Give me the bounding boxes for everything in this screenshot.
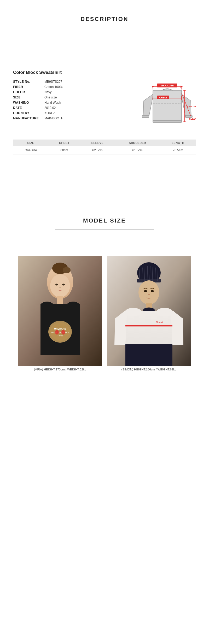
model-size-title: MODEL SIZE [0,217,209,224]
svg-rect-29 [57,296,63,304]
svg-point-24 [63,267,71,273]
page-wrapper: DESCRIPTION Color Block Sweatshirt STYLE… [0,0,209,644]
size-table-header-cell: SLEEVE [80,140,115,146]
size-table-cell: 62.5cm [80,146,115,154]
size-table-cell: 61.5cm [115,146,160,154]
spec-row: WASHINGHand Wash [13,101,128,104]
svg-point-26 [55,284,58,286]
spec-row: FIBERCotton 100% [13,85,128,89]
product-info-area: Color Block Sweatshirt STYLE No.MB9STS20… [13,62,196,135]
female-model-caption: (VIRA) HEIGHT:173cm / WEIGHT:52kg [18,368,102,371]
size-table-body: One size60cm62.5cm61.5cm70.5cm [13,146,196,154]
svg-text:Brand: Brand [156,321,163,324]
size-table-cell: One size [13,146,49,154]
product-specs: STYLE No.MB9STS207FIBERCotton 100%COLORN… [13,80,128,122]
spec-value: Cotton 100% [44,85,62,89]
size-table-cell: 60cm [49,146,80,154]
size-table: SIZECHESTSLEEVESHOULDERLENGTH One size60… [13,140,196,154]
spec-key: MANUFACTURE [13,116,44,120]
svg-rect-0 [153,90,182,122]
male-model-illustration: Brand [107,256,191,366]
garment-svg: SHOULDER CHEST LENGTH SLEEVE [138,80,196,130]
svg-rect-2 [142,115,149,118]
male-model-caption: (SIMON) HEIGHT:186cm / WEIGHT:62kg [107,368,191,371]
spec-key: WASHING [13,101,44,104]
spacer-middle [0,154,209,207]
spec-value: One size [44,96,57,99]
svg-point-28 [59,287,61,288]
svg-text:ORCHARD: ORCHARD [54,327,66,330]
garment-diagram: SHOULDER CHEST LENGTH SLEEVE [138,80,196,130]
svg-point-27 [62,284,65,286]
garment-illustration: SHOULDER CHEST LENGTH SLEEVE [138,80,196,130]
spec-row: SIZEOne size [13,96,128,99]
model-images-row: ORCHARD FRESH & DELICIOUS FRUITS (VIRA) … [13,256,196,371]
svg-point-53 [148,294,150,295]
svg-text:FRESH & DELICIOUS: FRESH & DELICIOUS [51,332,69,334]
svg-point-25 [50,274,70,297]
svg-point-37 [55,330,59,335]
model-size-divider [55,229,154,230]
description-section: DESCRIPTION [0,0,209,46]
svg-point-52 [151,290,154,292]
svg-text:SHOULDER: SHOULDER [161,84,174,87]
svg-rect-3 [185,115,192,118]
spec-key: COUNTRY [13,111,44,115]
spacer-top [0,46,209,62]
model-photo-male: Brand [107,256,191,366]
size-table-header-row: SIZECHESTSLEEVESHOULDERLENGTH [13,140,196,146]
model-size-section: MODEL SIZE [0,207,209,248]
size-table-cell: 70.5cm [160,146,196,154]
size-table-header-cell: SHOULDER [115,140,160,146]
size-table-wrapper: SIZECHESTSLEEVESHOULDERLENGTH One size60… [13,140,196,154]
svg-text:LENGTH: LENGTH [187,105,196,108]
spec-value: Hand Wash [44,101,61,104]
spec-value: MAINBOOTH [44,116,63,120]
size-table-header-cell: SIZE [13,140,49,146]
spec-key: SIZE [13,96,44,99]
svg-point-51 [144,290,147,292]
svg-text:SLEEVE: SLEEVE [189,118,196,120]
svg-rect-58 [125,325,172,326]
svg-text:FRUITS: FRUITS [57,335,63,337]
model-photo-female: ORCHARD FRESH & DELICIOUS FRUITS [18,256,102,366]
female-model-illustration: ORCHARD FRESH & DELICIOUS FRUITS [18,256,102,366]
spec-key: FIBER [13,85,44,89]
spec-row: COLORNavy [13,90,128,94]
spacer-bottom [0,371,209,413]
model-card-male: Brand (SIMON) HEIGHT:186cm / WEIGHT:62kg [107,256,191,371]
svg-text:CHEST: CHEST [159,96,167,99]
description-title: DESCRIPTION [0,16,209,23]
spec-row: COUNTRYKOREA [13,111,128,115]
spec-value: 2019.02 [44,106,56,110]
spec-row: MANUFACTUREMAINBOOTH [13,116,128,120]
size-table-header-cell: LENGTH [160,140,196,146]
svg-rect-1 [153,120,182,123]
size-table-header-cell: CHEST [49,140,80,146]
spec-value: Navy [44,90,51,94]
spec-key: COLOR [13,90,44,94]
spec-value: MB9STS207 [44,80,62,84]
svg-point-50 [138,280,159,304]
model-card-female: ORCHARD FRESH & DELICIOUS FRUITS (VIRA) … [18,256,102,371]
spec-row: DATE2019.02 [13,106,128,110]
description-divider [55,28,154,28]
spec-key: DATE [13,106,44,110]
spec-value: KOREA [44,111,55,115]
product-name: Color Block Sweatshirt [13,70,196,75]
spec-key: STYLE No. [13,80,44,84]
product-details-row: STYLE No.MB9STS207FIBERCotton 100%COLORN… [13,80,196,130]
svg-point-38 [61,330,65,335]
size-table-row: One size60cm62.5cm61.5cm70.5cm [13,146,196,154]
spec-row: STYLE No.MB9STS207 [13,80,128,84]
